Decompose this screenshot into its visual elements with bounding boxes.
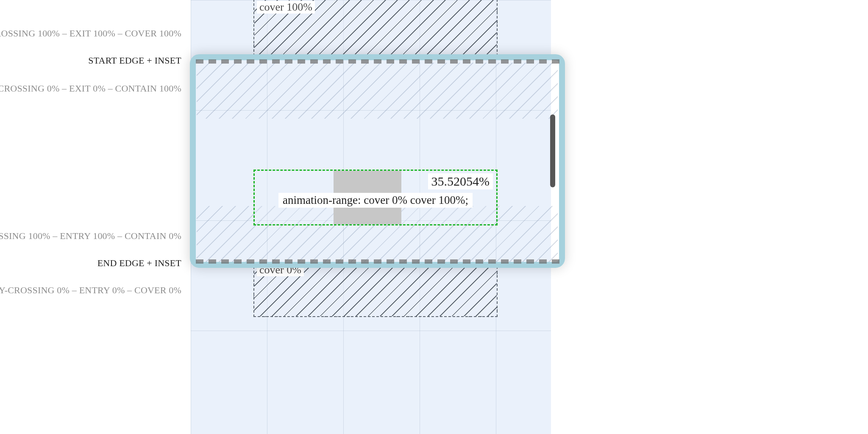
- label-end-edge: END EDGE + INSET: [97, 258, 181, 269]
- ghost-upper-label: cover 100%: [257, 1, 315, 14]
- label-entry-crossing-100: ENTRY-CROSSING 100% – ENTRY 100% – CONTA…: [0, 231, 181, 242]
- subject-range-text: animation-range: cover 0% cover 100%;: [278, 193, 473, 208]
- label-exit-crossing-0: EXIT-CROSSING 0% – EXIT 0% – CONTAIN 100…: [0, 83, 181, 94]
- ghost-range-lower: cover 0%: [253, 262, 498, 317]
- subject-box: 35.52054% animation-range: cover 0% cove…: [253, 170, 498, 225]
- start-edge-line: [196, 59, 559, 64]
- label-entry-crossing-0: ENTRY-CROSSING 0% – ENTRY 0% – COVER 0%: [0, 285, 181, 296]
- scrollbar-thumb[interactable]: [550, 114, 555, 187]
- diagram-stage: cover 100% cover 0% 35.52054% animation-…: [0, 0, 868, 434]
- end-edge-line: [196, 259, 559, 264]
- ghost-range-upper: cover 100%: [253, 0, 498, 60]
- subject-percent: 35.52054%: [428, 173, 493, 189]
- label-start-edge: START EDGE + INSET: [88, 55, 181, 66]
- label-exit-crossing-100: EXIT-CROSSING 100% – EXIT 100% – COVER 1…: [0, 28, 181, 39]
- viewport-frame: [190, 54, 565, 268]
